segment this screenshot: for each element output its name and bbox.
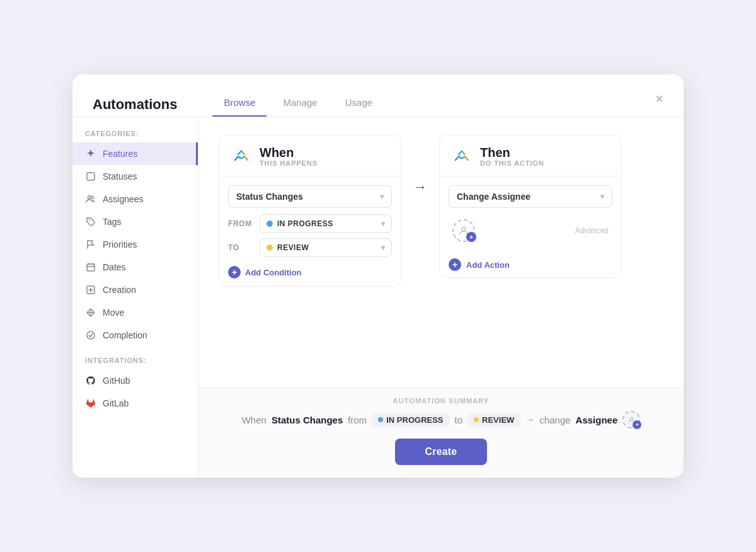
when-then-row: When THIS HAPPENS Status Changes ▾	[219, 135, 663, 287]
svg-point-7	[462, 227, 466, 231]
in-progress-badge-label: IN PROGRESS	[386, 415, 443, 425]
plus-square-icon	[85, 284, 96, 296]
sidebar-item-tags[interactable]: Tags	[72, 210, 198, 233]
sidebar-item-dates-label: Dates	[103, 262, 126, 272]
from-select[interactable]: IN PROGRESS ▾	[260, 214, 392, 233]
to-row: TO REVIEW ▾	[228, 238, 392, 257]
tag-icon	[85, 216, 96, 227]
add-condition-label: Add Condition	[245, 268, 302, 277]
categories-label: CATEGORIES:	[72, 130, 198, 142]
assignee-plus-icon: +	[466, 232, 476, 242]
gitlab-icon	[85, 398, 96, 409]
when-logo	[231, 146, 252, 167]
summary-assignee-mini: +	[622, 411, 640, 428]
automations-modal: Automations Browse Manage Usage × CATEGO…	[72, 74, 684, 478]
check-circle-icon	[85, 330, 96, 341]
svg-rect-0	[87, 173, 94, 180]
from-row: FROM IN PROGRESS ▾	[228, 214, 392, 233]
close-button[interactable]: ×	[653, 89, 666, 108]
action-select-label: Change Assignee	[457, 192, 530, 202]
then-body: Change Assignee ▾ +	[440, 176, 621, 252]
add-condition-button[interactable]: + Add Condition	[228, 262, 302, 280]
then-subtitle: DO THIS ACTION	[480, 159, 544, 167]
summary-assignee-plus-icon: +	[633, 420, 641, 429]
to-value: REVIEW	[277, 243, 309, 252]
when-subtitle: THIS HAPPENS	[260, 159, 318, 167]
sidebar-item-github-label: GitHub	[103, 376, 130, 386]
main-content: When THIS HAPPENS Status Changes ▾	[198, 117, 684, 478]
modal-title: Automations	[93, 96, 177, 113]
add-action-icon: +	[449, 258, 461, 271]
calendar-icon	[85, 262, 96, 273]
right-arrow-icon: →	[413, 179, 427, 195]
then-header: Then DO THIS ACTION	[440, 135, 621, 176]
tabs-row: Browse Manage Usage	[212, 92, 384, 117]
assignee-picker-row: + Advanced	[449, 214, 612, 246]
summary-from-text: from	[348, 415, 367, 425]
summary-change-text: change	[539, 415, 570, 425]
in-progress-dot	[266, 221, 273, 227]
create-button[interactable]: Create	[395, 439, 488, 465]
chevron-down-icon: ▾	[380, 192, 384, 201]
trigger-select[interactable]: Status Changes ▾	[228, 185, 392, 208]
to-chevron-icon: ▾	[381, 243, 385, 252]
assignee-circle[interactable]: +	[452, 219, 475, 242]
action-select[interactable]: Change Assignee ▾	[449, 185, 612, 208]
sidebar-item-features[interactable]: Features	[72, 142, 198, 165]
square-icon	[85, 171, 96, 182]
sidebar-item-completion-label: Completion	[103, 330, 147, 340]
modal-body: CATEGORIES: Features Statuses	[72, 117, 684, 478]
add-action-button[interactable]: + Add Action	[440, 252, 518, 277]
sidebar-item-creation[interactable]: Creation	[72, 279, 198, 301]
sidebar-divider	[72, 347, 198, 357]
summary-to-text: to	[455, 415, 463, 425]
to-select[interactable]: REVIEW ▾	[260, 238, 392, 257]
integrations-label: INTEGRATIONS:	[72, 357, 198, 369]
when-body: Status Changes ▾ FROM IN PROGRESS	[219, 176, 401, 286]
from-label: FROM	[228, 219, 255, 228]
svg-point-3	[89, 220, 90, 221]
then-box: Then DO THIS ACTION Change Assignee ▾	[439, 135, 622, 278]
svg-rect-4	[87, 264, 94, 271]
from-chevron-icon: ▾	[381, 219, 385, 228]
sidebar-item-statuses-label: Statuses	[103, 171, 137, 181]
action-chevron-icon: ▾	[600, 192, 604, 201]
then-title: Then	[480, 146, 544, 159]
sidebar-item-gitlab-label: GitLab	[103, 398, 129, 408]
summary-arrow-icon: →	[525, 415, 534, 425]
svg-point-1	[88, 196, 91, 199]
summary-assignee-text: Assignee	[576, 415, 618, 425]
svg-point-6	[87, 331, 94, 339]
add-action-label: Add Action	[466, 260, 510, 270]
to-label: TO	[228, 243, 255, 252]
when-header: When THIS HAPPENS	[219, 135, 401, 176]
then-logo	[451, 146, 472, 167]
summary-in-progress-badge: IN PROGRESS	[372, 413, 449, 427]
add-condition-icon: +	[228, 266, 241, 279]
sidebar-item-assignees[interactable]: Assignees	[72, 188, 198, 210]
advanced-link[interactable]: Advanced	[575, 226, 609, 235]
svg-point-8	[630, 417, 633, 420]
summary-when-text: When	[242, 415, 266, 425]
sidebar-item-statuses[interactable]: Statuses	[72, 165, 198, 188]
sidebar-item-dates[interactable]: Dates	[72, 256, 198, 279]
when-box: When THIS HAPPENS Status Changes ▾	[219, 135, 401, 287]
svg-point-2	[91, 196, 94, 198]
sidebar-item-move[interactable]: Move	[72, 301, 198, 324]
summary-status-changes: Status Changes	[272, 415, 343, 425]
trigger-select-label: Status Changes	[236, 192, 303, 202]
sidebar-item-gitlab[interactable]: GitLab	[72, 392, 198, 415]
review-badge-label: REVIEW	[482, 415, 514, 425]
automation-builder: When THIS HAPPENS Status Changes ▾	[198, 117, 684, 388]
summary-content: When Status Changes from IN PROGRESS to …	[219, 411, 663, 428]
sidebar-item-assignees-label: Assignees	[103, 194, 144, 204]
in-progress-badge-dot	[378, 417, 383, 422]
sidebar-item-github[interactable]: GitHub	[72, 369, 198, 392]
sidebar-item-priorities[interactable]: Priorities	[72, 233, 198, 256]
tab-browse[interactable]: Browse	[212, 92, 266, 117]
users-icon	[85, 193, 96, 205]
tab-usage[interactable]: Usage	[334, 92, 384, 117]
sparkle-icon	[85, 148, 96, 159]
sidebar-item-completion[interactable]: Completion	[72, 324, 198, 347]
tab-manage[interactable]: Manage	[272, 92, 328, 117]
